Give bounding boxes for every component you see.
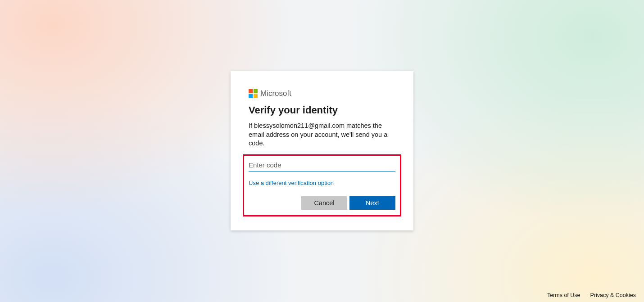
alt-verification-link[interactable]: Use a different verification option <box>249 180 334 186</box>
dialog-description: If blessysolomon211@gmail.com matches th… <box>249 122 395 148</box>
brand-name: Microsoft <box>260 89 291 98</box>
button-row: Cancel Next <box>249 196 395 210</box>
privacy-link[interactable]: Privacy & Cookies <box>590 292 636 298</box>
code-input[interactable] <box>249 158 395 171</box>
next-button[interactable]: Next <box>349 196 395 210</box>
highlight-region: Use a different verification option Canc… <box>243 154 401 216</box>
footer-links: Terms of Use Privacy & Cookies <box>547 292 636 298</box>
terms-link[interactable]: Terms of Use <box>547 292 581 298</box>
dialog-title: Verify your identity <box>249 104 395 116</box>
cancel-button[interactable]: Cancel <box>301 196 347 210</box>
signin-card: Microsoft Verify your identity If blessy… <box>231 71 413 230</box>
microsoft-logo-icon <box>249 89 258 98</box>
brand-row: Microsoft <box>249 89 395 98</box>
